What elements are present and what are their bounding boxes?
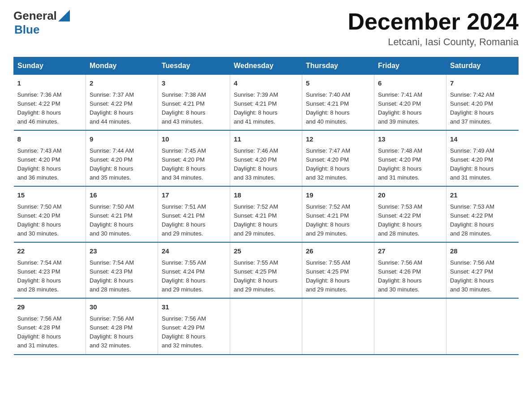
day-info: Sunrise: 7:56 AMSunset: 4:29 PMDaylight:… <box>162 314 226 351</box>
day-info: Sunrise: 7:48 AMSunset: 4:20 PMDaylight:… <box>378 146 442 183</box>
col-friday: Friday <box>374 57 446 75</box>
table-row: 19Sunrise: 7:52 AMSunset: 4:21 PMDayligh… <box>302 186 374 242</box>
page-header: General Blue December 2024 Letcani, Iasi… <box>13 9 519 48</box>
day-number: 2 <box>90 78 154 89</box>
day-number: 30 <box>90 302 154 313</box>
logo-triangle-icon <box>58 10 70 21</box>
day-info: Sunrise: 7:47 AMSunset: 4:20 PMDaylight:… <box>306 146 370 183</box>
table-row: 25Sunrise: 7:55 AMSunset: 4:25 PMDayligh… <box>230 242 302 298</box>
table-row: 30Sunrise: 7:56 AMSunset: 4:28 PMDayligh… <box>86 298 158 354</box>
table-row: 14Sunrise: 7:49 AMSunset: 4:20 PMDayligh… <box>446 130 519 186</box>
day-number: 23 <box>90 246 154 257</box>
day-info: Sunrise: 7:52 AMSunset: 4:21 PMDaylight:… <box>306 202 370 239</box>
day-info: Sunrise: 7:37 AMSunset: 4:22 PMDaylight:… <box>90 90 154 127</box>
table-row: 23Sunrise: 7:54 AMSunset: 4:23 PMDayligh… <box>86 242 158 298</box>
day-number: 16 <box>90 190 154 201</box>
table-row: 22Sunrise: 7:54 AMSunset: 4:23 PMDayligh… <box>14 242 86 298</box>
day-info: Sunrise: 7:36 AMSunset: 4:22 PMDaylight:… <box>17 90 82 127</box>
day-number: 22 <box>17 246 82 257</box>
day-info: Sunrise: 7:50 AMSunset: 4:21 PMDaylight:… <box>90 202 154 239</box>
table-row: 18Sunrise: 7:52 AMSunset: 4:21 PMDayligh… <box>230 186 302 242</box>
calendar-week-row: 29Sunrise: 7:56 AMSunset: 4:28 PMDayligh… <box>14 298 519 354</box>
day-number: 24 <box>162 246 226 257</box>
day-number: 3 <box>162 78 226 89</box>
calendar-title: December 2024 <box>348 9 519 34</box>
logo-general-text: General <box>13 9 57 23</box>
day-number: 6 <box>378 78 442 89</box>
table-row: 28Sunrise: 7:56 AMSunset: 4:27 PMDayligh… <box>446 242 519 298</box>
col-saturday: Saturday <box>446 57 519 75</box>
day-number: 25 <box>234 246 298 257</box>
day-info: Sunrise: 7:54 AMSunset: 4:23 PMDaylight:… <box>90 258 154 295</box>
day-info: Sunrise: 7:55 AMSunset: 4:24 PMDaylight:… <box>162 258 226 295</box>
table-row: 15Sunrise: 7:50 AMSunset: 4:20 PMDayligh… <box>14 186 86 242</box>
day-number: 9 <box>90 134 154 145</box>
table-row <box>230 298 302 354</box>
day-info: Sunrise: 7:56 AMSunset: 4:26 PMDaylight:… <box>378 258 442 295</box>
table-row: 1Sunrise: 7:36 AMSunset: 4:22 PMDaylight… <box>14 75 86 131</box>
table-row: 3Sunrise: 7:38 AMSunset: 4:21 PMDaylight… <box>158 75 230 131</box>
col-tuesday: Tuesday <box>158 57 230 75</box>
day-info: Sunrise: 7:49 AMSunset: 4:20 PMDaylight:… <box>450 146 515 183</box>
day-number: 18 <box>234 190 298 201</box>
table-row: 26Sunrise: 7:55 AMSunset: 4:25 PMDayligh… <box>302 242 374 298</box>
col-monday: Monday <box>86 57 158 75</box>
table-row: 4Sunrise: 7:39 AMSunset: 4:21 PMDaylight… <box>230 75 302 131</box>
day-number: 12 <box>306 134 370 145</box>
day-info: Sunrise: 7:55 AMSunset: 4:25 PMDaylight:… <box>234 258 298 295</box>
day-info: Sunrise: 7:42 AMSunset: 4:20 PMDaylight:… <box>450 90 515 127</box>
col-wednesday: Wednesday <box>230 57 302 75</box>
day-info: Sunrise: 7:40 AMSunset: 4:21 PMDaylight:… <box>306 90 370 127</box>
day-number: 20 <box>378 190 442 201</box>
day-number: 10 <box>162 134 226 145</box>
logo: General Blue <box>13 9 70 37</box>
table-row: 17Sunrise: 7:51 AMSunset: 4:21 PMDayligh… <box>158 186 230 242</box>
day-number: 31 <box>162 302 226 313</box>
calendar-subtitle: Letcani, Iasi County, Romania <box>348 36 519 48</box>
calendar-week-row: 8Sunrise: 7:43 AMSunset: 4:20 PMDaylight… <box>14 130 519 186</box>
table-row: 9Sunrise: 7:44 AMSunset: 4:20 PMDaylight… <box>86 130 158 186</box>
table-row: 2Sunrise: 7:37 AMSunset: 4:22 PMDaylight… <box>86 75 158 131</box>
day-info: Sunrise: 7:39 AMSunset: 4:21 PMDaylight:… <box>234 90 298 127</box>
table-row: 11Sunrise: 7:46 AMSunset: 4:20 PMDayligh… <box>230 130 302 186</box>
table-row <box>374 298 446 354</box>
table-row: 20Sunrise: 7:53 AMSunset: 4:22 PMDayligh… <box>374 186 446 242</box>
day-info: Sunrise: 7:53 AMSunset: 4:22 PMDaylight:… <box>450 202 515 239</box>
calendar-week-row: 1Sunrise: 7:36 AMSunset: 4:22 PMDaylight… <box>14 75 519 131</box>
day-number: 1 <box>17 78 82 89</box>
table-row: 12Sunrise: 7:47 AMSunset: 4:20 PMDayligh… <box>302 130 374 186</box>
day-number: 21 <box>450 190 515 201</box>
day-number: 5 <box>306 78 370 89</box>
table-row: 24Sunrise: 7:55 AMSunset: 4:24 PMDayligh… <box>158 242 230 298</box>
table-row: 29Sunrise: 7:56 AMSunset: 4:28 PMDayligh… <box>14 298 86 354</box>
calendar-week-row: 15Sunrise: 7:50 AMSunset: 4:20 PMDayligh… <box>14 186 519 242</box>
day-info: Sunrise: 7:56 AMSunset: 4:28 PMDaylight:… <box>17 314 82 351</box>
col-sunday: Sunday <box>14 57 86 75</box>
table-row: 5Sunrise: 7:40 AMSunset: 4:21 PMDaylight… <box>302 75 374 131</box>
table-row <box>302 298 374 354</box>
day-info: Sunrise: 7:56 AMSunset: 4:28 PMDaylight:… <box>90 314 154 351</box>
day-number: 13 <box>378 134 442 145</box>
day-info: Sunrise: 7:52 AMSunset: 4:21 PMDaylight:… <box>234 202 298 239</box>
table-row <box>446 298 519 354</box>
title-section: December 2024 Letcani, Iasi County, Roma… <box>348 9 519 48</box>
table-row: 10Sunrise: 7:45 AMSunset: 4:20 PMDayligh… <box>158 130 230 186</box>
day-info: Sunrise: 7:44 AMSunset: 4:20 PMDaylight:… <box>90 146 154 183</box>
day-number: 17 <box>162 190 226 201</box>
day-number: 15 <box>17 190 82 201</box>
day-number: 28 <box>450 246 515 257</box>
svg-marker-0 <box>58 10 70 21</box>
day-number: 11 <box>234 134 298 145</box>
day-number: 19 <box>306 190 370 201</box>
day-number: 7 <box>450 78 515 89</box>
day-info: Sunrise: 7:51 AMSunset: 4:21 PMDaylight:… <box>162 202 226 239</box>
day-info: Sunrise: 7:45 AMSunset: 4:20 PMDaylight:… <box>162 146 226 183</box>
calendar-header-row: Sunday Monday Tuesday Wednesday Thursday… <box>14 57 519 75</box>
col-thursday: Thursday <box>302 57 374 75</box>
table-row: 13Sunrise: 7:48 AMSunset: 4:20 PMDayligh… <box>374 130 446 186</box>
day-number: 14 <box>450 134 515 145</box>
day-info: Sunrise: 7:41 AMSunset: 4:20 PMDaylight:… <box>378 90 442 127</box>
day-info: Sunrise: 7:55 AMSunset: 4:25 PMDaylight:… <box>306 258 370 295</box>
day-info: Sunrise: 7:53 AMSunset: 4:22 PMDaylight:… <box>378 202 442 239</box>
day-number: 4 <box>234 78 298 89</box>
